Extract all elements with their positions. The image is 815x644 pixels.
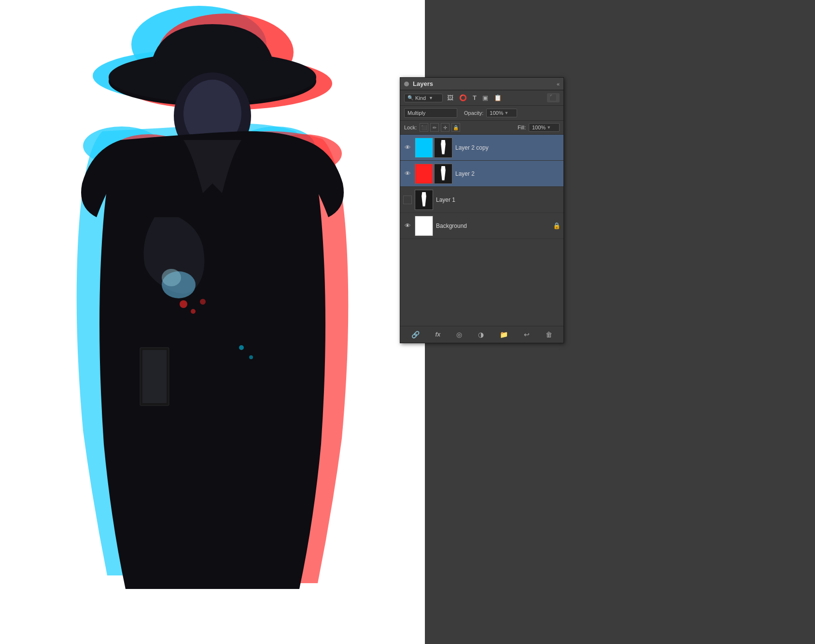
lock-position-icon[interactable]: ✛ bbox=[441, 123, 450, 132]
layer-thumb-color-layer2copy bbox=[415, 138, 433, 158]
layer-thumb-container-layer2copy bbox=[415, 138, 452, 158]
layer-thumb-background bbox=[415, 216, 433, 236]
lock-label: Lock: bbox=[404, 125, 417, 130]
layer-row-layer2copy[interactable]: 👁 Layer 2 copy bbox=[400, 135, 563, 161]
svg-point-17 bbox=[200, 299, 206, 305]
layer-thumb-figure-layer2copy bbox=[434, 138, 452, 158]
panel-bottom-toolbar: 🔗 fx ◎ ◑ 📁 ↩ 🗑 bbox=[400, 326, 563, 343]
layer-thumb-container-background bbox=[415, 216, 433, 236]
fx-icon[interactable]: fx bbox=[433, 330, 443, 339]
layer-name-background: Background bbox=[436, 223, 550, 229]
kind-label: Kind bbox=[415, 95, 426, 101]
opacity-input[interactable]: 100% ▼ bbox=[486, 109, 517, 117]
svg-point-16 bbox=[191, 309, 196, 314]
layer-thumb-figure-layer2 bbox=[434, 164, 452, 184]
eye-icon: 👁 bbox=[405, 144, 411, 151]
eye-icon-2: 👁 bbox=[405, 170, 411, 177]
layer-row-layer2[interactable]: 👁 Layer 2 bbox=[400, 161, 563, 187]
filter-adjustment-icon[interactable]: ⭕ bbox=[458, 94, 468, 102]
layers-panel: Layers « 🔍 Kind ▼ 🖼 ⭕ T ▣ 📋 ⬛ Normal Dis… bbox=[400, 77, 564, 343]
layer-row-background[interactable]: 👁 Background 🔒 bbox=[400, 213, 563, 239]
fill-input[interactable]: 100% ▼ bbox=[529, 123, 560, 132]
layer-visibility-background[interactable]: 👁 bbox=[403, 222, 412, 230]
filter-search[interactable]: 🔍 Kind ▼ bbox=[404, 94, 443, 102]
titlebar-left: Layers bbox=[404, 80, 433, 87]
canvas-area bbox=[0, 0, 425, 644]
link-layers-icon[interactable]: 🔗 bbox=[409, 329, 422, 340]
adjustment-icon[interactable]: ◑ bbox=[476, 329, 486, 340]
titlebar-right: « bbox=[557, 81, 560, 87]
filter-shape-icon[interactable]: ▣ bbox=[481, 94, 490, 102]
layer-visibility-layer2[interactable]: 👁 bbox=[403, 169, 412, 178]
filter-bar: 🔍 Kind ▼ 🖼 ⭕ T ▣ 📋 ⬛ bbox=[400, 90, 563, 106]
layer-row-layer1[interactable]: Layer 1 bbox=[400, 187, 563, 213]
layer-visibility-layer2copy[interactable]: 👁 bbox=[403, 143, 412, 152]
lock-all-icon[interactable]: 🔒 bbox=[451, 123, 460, 132]
opacity-arrow: ▼ bbox=[505, 111, 509, 115]
layers-empty-area bbox=[400, 239, 563, 326]
panel-titlebar: Layers « bbox=[400, 78, 563, 90]
filter-type-icon[interactable]: T bbox=[471, 94, 478, 102]
opacity-value: 100% bbox=[490, 110, 503, 116]
svg-point-15 bbox=[180, 300, 187, 308]
eye-icon-bg: 👁 bbox=[405, 222, 411, 229]
new-layer-icon[interactable]: ↩ bbox=[521, 329, 532, 340]
layer-name-layer1: Layer 1 bbox=[436, 196, 561, 203]
svg-point-14 bbox=[162, 269, 181, 286]
lock-icons: ⬛ ✏ ✛ 🔒 bbox=[420, 123, 460, 132]
layer-lock-background: 🔒 bbox=[553, 222, 561, 229]
layer-thumb-color-layer2 bbox=[415, 164, 433, 184]
layer-name-layer2copy: Layer 2 copy bbox=[455, 144, 561, 151]
search-icon: 🔍 bbox=[408, 95, 413, 100]
svg-point-18 bbox=[239, 345, 244, 350]
layer-name-layer2: Layer 2 bbox=[455, 170, 561, 177]
group-icon[interactable]: 📁 bbox=[497, 329, 510, 340]
layer-thumb-container-layer2 bbox=[415, 164, 452, 184]
blend-bar: Normal Dissolve Multiply Screen Overlay … bbox=[400, 106, 563, 121]
opacity-label: Opacity: bbox=[464, 110, 483, 116]
fill-label: Fill: bbox=[518, 125, 526, 130]
layers-list: 👁 Layer 2 copy 👁 Layer 2 bbox=[400, 135, 563, 239]
delete-layer-icon[interactable]: 🗑 bbox=[543, 329, 555, 340]
filter-toggle-icon[interactable]: ⬛ bbox=[547, 93, 560, 102]
svg-point-19 bbox=[249, 355, 253, 359]
blend-mode-select[interactable]: Normal Dissolve Multiply Screen Overlay bbox=[404, 108, 457, 118]
filter-smart-icon[interactable]: 📋 bbox=[492, 94, 503, 102]
close-button[interactable] bbox=[404, 82, 409, 86]
lock-bar: Lock: ⬛ ✏ ✛ 🔒 Fill: 100% ▼ bbox=[400, 121, 563, 135]
svg-rect-21 bbox=[142, 350, 167, 403]
layer-thumb-container-layer1 bbox=[415, 190, 433, 210]
fill-arrow: ▼ bbox=[547, 125, 551, 130]
collapse-icon[interactable]: « bbox=[557, 81, 560, 87]
layer-visibility-layer1[interactable] bbox=[403, 196, 412, 204]
layer-thumb-figure-layer1 bbox=[415, 190, 433, 210]
fill-value: 100% bbox=[532, 125, 546, 130]
filter-image-icon[interactable]: 🖼 bbox=[446, 94, 455, 102]
lock-transparent-icon[interactable]: ⬛ bbox=[420, 123, 428, 132]
panel-title: Layers bbox=[413, 80, 433, 87]
lock-pixels-icon[interactable]: ✏ bbox=[430, 123, 439, 132]
dropdown-arrow: ▼ bbox=[429, 96, 433, 100]
mask-icon[interactable]: ◎ bbox=[454, 329, 464, 340]
